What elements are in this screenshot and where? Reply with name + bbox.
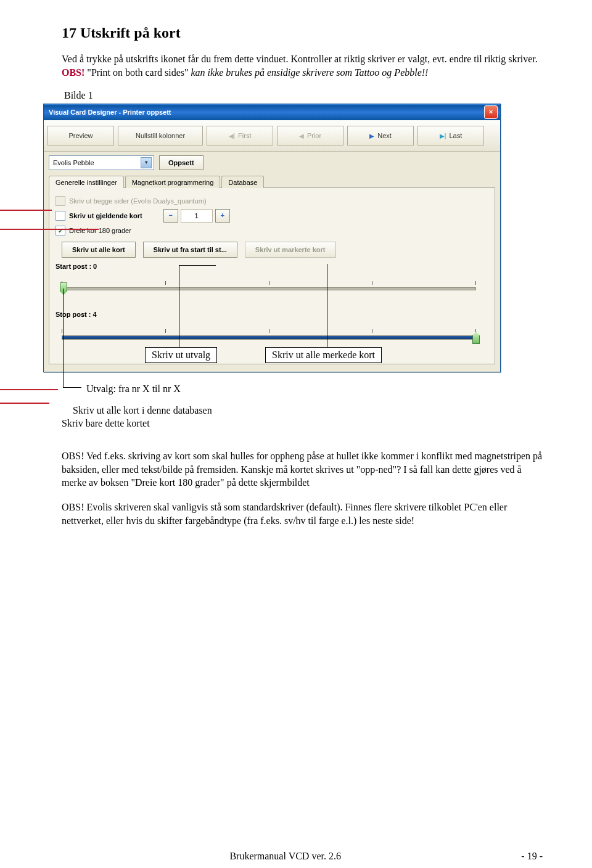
checkbox-icon (56, 196, 65, 206)
annotation-box-utvalg: Skriv ut utvalg (145, 347, 217, 363)
printer-select-value: Evolis Pebble (53, 159, 94, 166)
tab-content: Skriv ut begge sider (Evolis Dualys_quan… (49, 188, 495, 364)
guideline (0, 229, 99, 230)
window-title: Visual Card Designer - Printer oppsett (49, 108, 171, 116)
obs-label: OBS! (62, 67, 84, 78)
nav-prior-label: Prior (307, 132, 321, 139)
intro-italic: kan ikke brukes på ensidige skrivere som… (191, 67, 429, 78)
first-icon: ◀| (229, 133, 236, 139)
nav-last-label: Last (449, 132, 462, 139)
nav-prior-button[interactable]: ◀Prior (277, 126, 343, 145)
print-marked-label: Skriv ut markerte kort (255, 246, 326, 253)
print-range-label: Skriv ut fra start til st... (154, 246, 227, 253)
tab-magnet[interactable]: Magnetkort programmering (125, 176, 221, 188)
slider-handle-icon[interactable] (472, 332, 480, 344)
footer-center: Brukermanual VCD ver. 2.6 (229, 851, 341, 862)
obs-paragraph-1: OBS! Ved f.eks. skriving av kort som ska… (62, 449, 546, 489)
annotation-all-line: Skriv ut alle kort i denne databasen (62, 405, 546, 416)
leader-line (179, 265, 216, 266)
next-icon: ▶ (369, 133, 374, 139)
print-all-button[interactable]: Skriv ut alle kort (62, 242, 136, 258)
annotation-utvalg-line: Utvalg: fra nr X til nr X (62, 383, 546, 395)
tab-database-label: Database (228, 179, 257, 186)
nav-next-label: Next (377, 132, 392, 139)
start-post-label: Start post : 0 (56, 263, 488, 270)
nav-first-label: First (238, 132, 251, 139)
chevron-down-icon: ▾ (141, 157, 152, 168)
leader-line (327, 264, 327, 347)
tabs: Generelle instillinger Magnetkort progra… (49, 175, 495, 188)
guideline (0, 210, 52, 211)
guideline (0, 403, 49, 404)
nav-first-button[interactable]: ◀|First (207, 126, 273, 145)
reset-columns-label: Nullstill kolonner (136, 132, 185, 139)
preview-button[interactable]: Preview (47, 126, 114, 145)
print-range-button[interactable]: Skriv ut fra start til st... (143, 242, 237, 258)
checkbox-both-sides-label: Skriv ut begge sider (Evolis Dualys_quan… (69, 197, 207, 205)
leader-line (63, 289, 64, 387)
checkbox-rotate-label: Dreie kor 180 grader (69, 227, 131, 234)
prior-icon: ◀ (299, 133, 304, 139)
checkbox-current-card[interactable] (56, 211, 65, 221)
qty-field[interactable]: 1 (181, 209, 213, 223)
stop-slider[interactable] (62, 328, 482, 344)
toolbar: Preview Nullstill kolonner ◀|First ◀Prio… (44, 120, 500, 152)
printer-select[interactable]: Evolis Pebble ▾ (49, 155, 154, 170)
close-icon[interactable]: × (484, 105, 498, 119)
footer-page-number: - 19 - (521, 851, 543, 862)
qty-minus-button[interactable]: − (163, 209, 178, 223)
annotation-box-merkede: Skriv ut alle merkede kort (265, 347, 382, 363)
print-all-label: Skriv ut alle kort (72, 246, 125, 253)
intro-text-2: "Print on both card sides" (87, 67, 191, 78)
checkbox-both-sides: Skriv ut begge sider (Evolis Dualys_quan… (56, 196, 488, 206)
setup-label: Oppsett (168, 159, 194, 166)
checkbox-current-card-row: Skriv ut gjeldende kort − 1 + (56, 209, 488, 223)
intro-paragraph: Ved å trykke på utskrifts ikonet får du … (62, 52, 546, 79)
obs-paragraph-2: OBS! Evolis skriveren skal vanligvis stå… (62, 501, 546, 527)
printer-setup-window: Visual Card Designer - Printer oppsett ×… (43, 104, 501, 372)
leader-line (179, 265, 179, 347)
setup-button[interactable]: Oppsett (159, 155, 204, 170)
checkbox-rotate[interactable]: ✓ (56, 226, 65, 235)
page-heading: 17 Utskrift på kort (62, 25, 546, 41)
figure-label: Bilde 1 (64, 90, 546, 101)
annotation-bare-line: Skriv bare dette kortet (62, 418, 546, 429)
checkbox-current-card-label: Skriv ut gjeldende kort (69, 212, 142, 219)
guideline (0, 389, 58, 390)
last-icon: ▶| (440, 133, 446, 139)
checkbox-rotate-row: ✓ Dreie kor 180 grader (56, 226, 488, 235)
reset-columns-button[interactable]: Nullstill kolonner (118, 126, 203, 145)
tab-database[interactable]: Database (221, 176, 264, 188)
tab-magnet-label: Magnetkort programmering (132, 179, 214, 186)
preview-label: Preview (68, 132, 92, 139)
qty-plus-button[interactable]: + (215, 209, 230, 223)
intro-text-1: Ved å trykke på utskrifts ikonet får du … (62, 54, 538, 64)
nav-next-button[interactable]: ▶Next (347, 126, 414, 145)
stop-post-label: Stop post : 4 (56, 311, 488, 318)
print-marked-button: Skriv ut markerte kort (245, 242, 336, 258)
start-slider[interactable] (62, 280, 482, 296)
tab-general-label: Generelle instillinger (56, 179, 117, 186)
leader-line (63, 387, 81, 388)
nav-last-button[interactable]: ▶|Last (417, 126, 484, 145)
tab-general[interactable]: Generelle instillinger (49, 176, 124, 188)
slider-handle-icon[interactable] (60, 282, 67, 295)
